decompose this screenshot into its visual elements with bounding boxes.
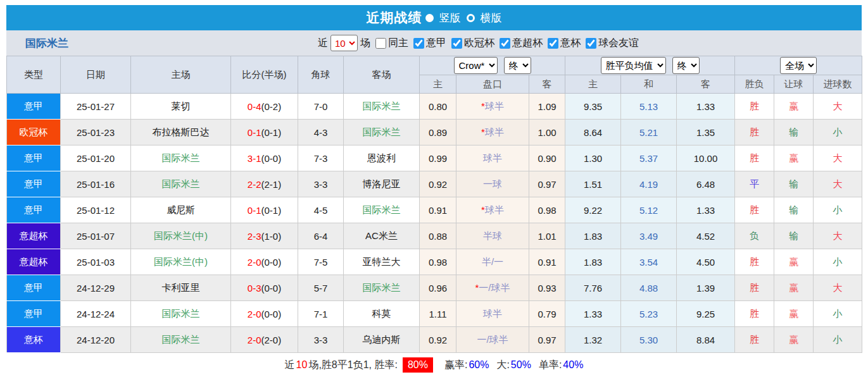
score-cell: 2-2(2-1)	[231, 171, 298, 197]
league-badge: 意甲	[7, 301, 61, 327]
col-header-type: 类型	[7, 56, 61, 94]
handicap-away-odds-cell: 0.79	[529, 301, 565, 327]
avg-home-odds-cell: 1.30	[565, 145, 621, 171]
horizontal-layout-label[interactable]: 横版	[481, 11, 502, 25]
halftime-score: (0-1)	[261, 205, 282, 216]
competition-checkbox-4[interactable]	[548, 38, 558, 49]
handicap-line-cell: *球半	[456, 120, 529, 145]
halftime-score: (0-0)	[261, 257, 282, 268]
competition-label-5[interactable]: 球会友谊	[598, 37, 639, 50]
competition-label-4[interactable]: 意杯	[560, 37, 581, 50]
avg-away-odds-cell: 9.25	[677, 301, 735, 327]
recent-results-widget: 近期战绩 竖版 横版 国际米兰 近 10 场 同主 意甲欧冠杯意超杯意杯球会友谊	[0, 0, 868, 377]
handicap-away-odds-cell: 1.09	[529, 94, 565, 120]
handicap-period-select[interactable]: 终	[504, 57, 531, 74]
bookmaker-select[interactable]: Crow*	[454, 57, 498, 74]
win-odds-value: 60%	[469, 359, 489, 371]
date-cell: 25-01-27	[61, 94, 131, 120]
col-header-corner: 角球	[298, 56, 344, 94]
date-cell: 24-12-29	[61, 275, 131, 301]
handicap-text: 球半	[485, 127, 504, 137]
handicap-text: 球半	[483, 152, 502, 163]
away-team-cell: 恩波利	[344, 145, 420, 171]
filters: 近 10 场 同主 意甲欧冠杯意超杯意杯球会友谊	[318, 35, 639, 51]
fulltime-score: 0-3	[248, 283, 261, 294]
score-cell: 0-3(0-0)	[231, 275, 298, 301]
handicap-text: 一球	[483, 178, 502, 189]
home-team-cell: 国际米兰(中)	[131, 249, 231, 275]
away-team-cell: 国际米兰	[344, 94, 420, 120]
average-type-select[interactable]: 胜平负均值	[601, 57, 666, 74]
same-home-label[interactable]: 同主	[388, 37, 408, 50]
fulltime-score: 0-1	[248, 205, 261, 216]
handicap-home-odds-cell: 0.88	[420, 223, 456, 249]
results-table: 类型 日期 主场 比分(半场) 角球 客场 Crow* 终 胜平负均值	[6, 56, 862, 353]
recent-count-select[interactable]: 10	[330, 35, 358, 51]
competition-checkbox-5[interactable]	[586, 38, 596, 49]
avg-away-odds-cell: 1.35	[677, 120, 735, 145]
handicap-line-cell: *一/球半	[456, 275, 529, 301]
league-badge: 欧冠杯	[7, 120, 61, 145]
avg-away-odds-cell: 1.33	[677, 94, 735, 120]
halftime-score: (0-2)	[261, 101, 282, 112]
page-title: 近期战绩	[367, 9, 422, 27]
table-row: 意超杯25-01-03国际米兰(中)2-0(0-0)7-5亚特兰大0.98半/一…	[7, 249, 862, 275]
competition-label-2[interactable]: 欧冠杯	[464, 37, 494, 50]
handicap-home-odds-cell: 1.11	[420, 301, 456, 327]
competition-checkbox-1[interactable]	[413, 38, 424, 49]
away-team-cell: 科莫	[344, 301, 420, 327]
handicap-line-cell: 球半	[456, 301, 529, 327]
scope-select[interactable]: 全场	[780, 57, 817, 74]
competition-label-1[interactable]: 意甲	[426, 37, 446, 50]
competition-checkbox-2[interactable]	[451, 38, 462, 49]
handicap-home-odds-cell: 0.96	[420, 275, 456, 301]
table-row: 意超杯25-01-07国际米兰(中)2-3(1-0)6-4AC米兰0.88半球1…	[7, 223, 862, 249]
horizontal-layout-radio[interactable]	[467, 14, 475, 22]
halftime-score: (0-0)	[261, 153, 282, 164]
date-cell: 25-01-20	[61, 145, 131, 171]
date-cell: 24-12-24	[61, 301, 131, 327]
competition-checkbox-3[interactable]	[500, 38, 510, 49]
avg-draw-odds-cell: 5.30	[621, 327, 677, 353]
big-label: 大:	[496, 359, 509, 372]
result-cell: 胜	[735, 327, 774, 353]
vertical-layout-radio[interactable]	[425, 14, 434, 22]
result-cell: 负	[735, 223, 774, 249]
handicap-text: 一/球半	[479, 282, 510, 293]
halftime-score: (1-0)	[261, 231, 282, 242]
same-home-checkbox[interactable]	[375, 38, 386, 49]
score-cell: 3-1(0-0)	[231, 145, 298, 171]
league-badge: 意杯	[7, 327, 61, 353]
fulltime-score: 0-4	[248, 101, 261, 112]
league-badge: 意超杯	[7, 223, 61, 249]
goals-cell: 小	[814, 327, 862, 353]
home-team-cell: 国际米兰(中)	[131, 223, 231, 249]
goals-cell: 小	[814, 249, 862, 275]
corner-cell: 3-3	[298, 327, 344, 353]
col-header-home: 主场	[131, 56, 231, 94]
sub-header-avg-away: 客	[677, 75, 735, 94]
fulltime-score: 2-2	[248, 179, 261, 190]
filter-bar: 国际米兰 近 10 场 同主 意甲欧冠杯意超杯意杯球会友谊	[6, 30, 862, 56]
avg-draw-odds-cell: 3.49	[621, 223, 677, 249]
handicap-result-cell: 赢	[774, 145, 814, 171]
competition-label-3[interactable]: 意超杯	[512, 37, 543, 50]
avg-home-odds-cell: 1.51	[565, 171, 621, 197]
average-period-select[interactable]: 终	[672, 57, 700, 74]
vertical-layout-label[interactable]: 竖版	[439, 11, 461, 25]
table-row: 欧冠杯25-01-23布拉格斯巴达0-1(0-1)4-3国际米兰0.89*球半1…	[7, 120, 862, 145]
league-badge: 意超杯	[7, 249, 61, 275]
home-team-cell: 国际米兰	[131, 171, 231, 197]
result-cell: 胜	[735, 301, 774, 327]
handicap-line-cell: 半/一	[456, 249, 529, 275]
avg-draw-odds-cell: 5.37	[621, 145, 677, 171]
handicap-text: 半/一	[482, 256, 503, 267]
result-cell: 胜	[735, 197, 774, 223]
avg-away-odds-cell: 6.48	[677, 171, 735, 197]
avg-away-odds-cell: 8.84	[677, 327, 735, 353]
handicap-home-odds-cell: 0.92	[420, 327, 456, 353]
title-bar: 近期战绩 竖版 横版	[6, 5, 862, 30]
sub-header-goals: 进球数	[814, 75, 862, 94]
single-rate-value: 40%	[563, 359, 583, 371]
away-team-cell: AC米兰	[344, 223, 420, 249]
